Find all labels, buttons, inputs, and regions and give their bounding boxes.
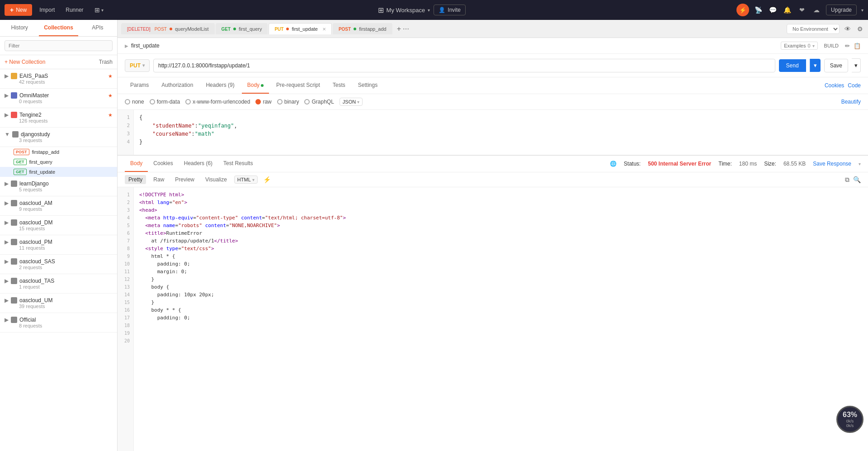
- tab-name: queryModelList: [175, 26, 209, 32]
- resp-line-num: 20: [118, 337, 133, 345]
- filter-icon[interactable]: ⚡: [263, 176, 271, 183]
- html-format-select[interactable]: HTML ▾: [234, 176, 258, 184]
- format-form-data[interactable]: form-data: [150, 99, 180, 105]
- examples-count: 0: [807, 43, 810, 48]
- filter-input[interactable]: [5, 40, 113, 51]
- add-tab-button[interactable]: +: [397, 25, 401, 33]
- tab-firstapp-add[interactable]: POST firstapp_add: [333, 23, 392, 34]
- tab-pre-request[interactable]: Pre-request Script: [271, 77, 326, 94]
- tab-first-query[interactable]: GET first_query: [216, 23, 268, 34]
- collection-item[interactable]: ▶ Official 8 requests: [0, 313, 117, 332]
- beautify-button[interactable]: Beautify: [841, 99, 861, 105]
- collection-item[interactable]: ▶ oascloud_SAS 2 requests: [0, 255, 117, 274]
- save-response-button[interactable]: Save Response: [813, 161, 851, 167]
- sub-request-active[interactable]: GET first_update: [0, 167, 117, 177]
- invite-button[interactable]: 👤 Invite: [434, 5, 466, 15]
- collection-item[interactable]: ▶ oascloud_UM 39 requests: [0, 294, 117, 313]
- tab-settings[interactable]: Settings: [353, 77, 383, 94]
- tab-first-update[interactable]: PUT first_update ✕: [269, 23, 331, 34]
- upgrade-button[interactable]: Upgrade: [826, 5, 857, 15]
- collection-item[interactable]: ▶ Tengine2 ★ 126 requests: [0, 108, 117, 128]
- collection-item[interactable]: ▶ OmniMaster ★ 0 requests: [0, 89, 117, 108]
- edit-button[interactable]: ✏: [845, 43, 850, 49]
- cookies-button[interactable]: Cookies: [825, 82, 844, 89]
- new-button[interactable]: New: [5, 4, 32, 16]
- globe-icon[interactable]: 🌐: [610, 161, 617, 167]
- sub-request[interactable]: POST firstapp_add: [0, 147, 117, 157]
- collection-item[interactable]: ▶ oascloud_DM 15 requests: [0, 216, 117, 235]
- format-binary[interactable]: binary: [277, 99, 299, 105]
- resp-code-line: }: [139, 299, 863, 306]
- runner-button[interactable]: Runner: [62, 5, 87, 15]
- format-none[interactable]: none: [125, 99, 144, 105]
- resp-pretty-button[interactable]: Pretty: [125, 175, 146, 184]
- body-code-editor: 1 2 3 4 { "studentName":"yeqinfang", "co…: [118, 110, 868, 155]
- collection-item[interactable]: ▼ djangostudy 3 requests: [0, 128, 117, 147]
- collection-item[interactable]: ▶ EAIS_PaaS ★ 42 requests: [0, 69, 117, 89]
- resp-tab-headers[interactable]: Headers (6): [179, 156, 218, 172]
- history-tab[interactable]: History: [0, 20, 39, 36]
- workspace-button[interactable]: ⊞ My Workspace ▾: [378, 6, 430, 14]
- collection-name: OmniMaster: [19, 92, 106, 99]
- resp-tab-cookies[interactable]: Cookies: [148, 156, 178, 172]
- eye-button[interactable]: 👁: [843, 24, 852, 34]
- build-button[interactable]: BUILD: [821, 42, 841, 50]
- settings-button[interactable]: ⚙: [856, 24, 864, 34]
- format-graphql[interactable]: GraphQL: [304, 99, 334, 105]
- sub-request[interactable]: GET first_query: [0, 157, 117, 167]
- tab-body[interactable]: Body: [242, 77, 269, 94]
- search-resp-button[interactable]: 🔍: [853, 176, 861, 183]
- trash-button[interactable]: Trash: [99, 59, 113, 65]
- send-button[interactable]: Send: [779, 59, 806, 72]
- collection-icon: [11, 200, 17, 206]
- json-select[interactable]: JSON ▾: [340, 98, 363, 106]
- folder-icon: ▶: [5, 73, 9, 79]
- collections-tab[interactable]: Collections: [39, 20, 78, 36]
- resp-code-line: padding: 10px 20px;: [139, 291, 863, 299]
- bell-icon[interactable]: 🔔: [783, 5, 793, 15]
- collection-item[interactable]: ▶ learnDjango 5 requests: [0, 177, 117, 196]
- collection-item[interactable]: ▶ oascloud_TAS 1 request: [0, 274, 117, 294]
- format-urlencoded[interactable]: x-www-form-urlencoded: [185, 99, 250, 105]
- tab-tests[interactable]: Tests: [327, 77, 351, 94]
- save-dropdown-button[interactable]: ▾: [852, 58, 861, 72]
- tab-params[interactable]: Params: [125, 77, 154, 94]
- heart-icon[interactable]: ❤: [797, 5, 807, 15]
- resp-preview-button[interactable]: Preview: [171, 175, 198, 184]
- send-dropdown-button[interactable]: ▾: [810, 59, 821, 72]
- satellite-icon[interactable]: 📡: [754, 5, 764, 15]
- tab-authorization[interactable]: Authorization: [156, 77, 198, 94]
- method-label: PUT: [130, 62, 141, 69]
- import-button[interactable]: Import: [36, 5, 58, 15]
- collection-item[interactable]: ▶ oascloud_PM 11 requests: [0, 235, 117, 255]
- resp-visualize-button[interactable]: Visualize: [202, 175, 231, 184]
- apis-tab[interactable]: APIs: [78, 20, 117, 36]
- environment-select[interactable]: No Environment: [787, 24, 840, 34]
- copy-resp-button[interactable]: ⧉: [845, 176, 849, 184]
- more-tabs-button[interactable]: ⋯: [403, 25, 409, 33]
- nav-extra-button[interactable]: ⊞ ▾: [91, 5, 107, 15]
- tab-headers[interactable]: Headers (9): [200, 77, 240, 94]
- method-select[interactable]: PUT ▾: [125, 59, 150, 72]
- orange-status-icon[interactable]: ⚡: [736, 4, 749, 16]
- resp-raw-button[interactable]: Raw: [150, 175, 168, 184]
- new-collection-button[interactable]: + New Collection: [5, 59, 45, 65]
- resp-code-content[interactable]: <!DOCTYPE html> <html lang="en"> <head> …: [134, 187, 868, 451]
- copy-button[interactable]: 📋: [854, 43, 861, 49]
- code-content[interactable]: { "studentName":"yeqinfang", "courseName…: [134, 110, 868, 155]
- size-label: Size:: [764, 161, 776, 167]
- request-name: first_update: [29, 169, 55, 175]
- tab-deleted[interactable]: [DELETED] POST queryModelList: [121, 23, 215, 34]
- resp-tab-test-results[interactable]: Test Results: [218, 156, 258, 172]
- tab-close-icon[interactable]: ✕: [322, 27, 326, 32]
- chat-icon[interactable]: 💬: [768, 5, 778, 15]
- resp-tab-body[interactable]: Body: [125, 156, 148, 172]
- cloud-icon[interactable]: ☁: [811, 5, 821, 15]
- save-button[interactable]: Save: [824, 59, 848, 72]
- examples-button[interactable]: Examples 0 ▾: [781, 42, 817, 50]
- collection-item[interactable]: ▶ oascloud_AM 9 requests: [0, 196, 117, 216]
- format-raw[interactable]: raw: [255, 99, 271, 105]
- code-button[interactable]: Code: [848, 82, 861, 89]
- url-input[interactable]: [153, 59, 775, 72]
- collection-header: ▶ learnDjango: [5, 180, 113, 187]
